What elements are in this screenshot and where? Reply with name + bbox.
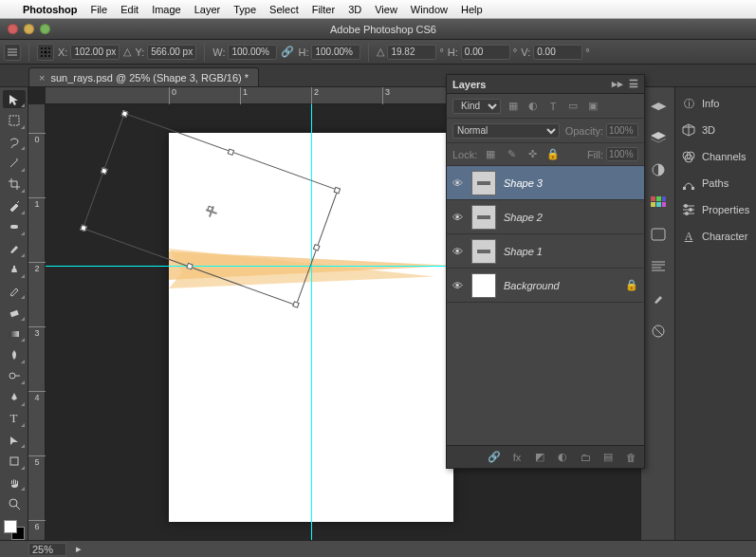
panel-info[interactable]: ⓘ Info bbox=[679, 93, 752, 114]
panel-channels[interactable]: Channels bbox=[679, 146, 752, 167]
filter-pixel-icon[interactable]: ▦ bbox=[506, 99, 521, 114]
brush-tool[interactable] bbox=[3, 239, 26, 257]
transform-handle-sw[interactable] bbox=[80, 224, 87, 232]
paragraph-strip-icon[interactable] bbox=[646, 256, 671, 277]
layer-row[interactable]: 👁 Background 🔒 bbox=[447, 269, 644, 303]
layers-panel[interactable]: Layers ▸▸ ☰ Kind ▦ ◐ T ▭ ▣ Normal Opacit… bbox=[446, 74, 645, 469]
foreground-color-swatch[interactable] bbox=[4, 520, 17, 533]
adjustments-strip-icon[interactable] bbox=[646, 159, 671, 180]
layer-thumbnail[interactable] bbox=[471, 273, 496, 298]
layer-row[interactable]: 👁 Shape 1 bbox=[447, 234, 644, 269]
layer-row[interactable]: 👁 Shape 3 bbox=[447, 166, 644, 200]
filter-shape-icon[interactable]: ▭ bbox=[565, 99, 581, 114]
opacity-input[interactable] bbox=[606, 123, 638, 138]
menubar-help[interactable]: Help bbox=[461, 4, 483, 15]
path-selection-tool[interactable] bbox=[3, 431, 26, 449]
lock-transparent-icon[interactable]: ▦ bbox=[483, 147, 498, 162]
group-icon[interactable]: 🗀 bbox=[578, 450, 593, 465]
blend-mode-select[interactable]: Normal bbox=[452, 123, 560, 139]
zoom-field[interactable] bbox=[28, 543, 66, 556]
layer-style-icon[interactable]: fx bbox=[509, 450, 525, 465]
w-input[interactable] bbox=[228, 45, 277, 60]
filter-smart-icon[interactable]: ▣ bbox=[585, 99, 600, 114]
status-arrow-icon[interactable]: ▸ bbox=[76, 543, 82, 555]
visibility-icon[interactable]: 👁 bbox=[452, 280, 464, 291]
menubar-layer[interactable]: Layer bbox=[194, 4, 221, 15]
panel-collapse-icon[interactable]: ▸▸ bbox=[612, 78, 623, 90]
lasso-tool[interactable] bbox=[3, 133, 26, 151]
guide-vertical[interactable] bbox=[311, 104, 312, 540]
gradient-tool[interactable] bbox=[3, 325, 26, 343]
blur-tool[interactable] bbox=[3, 345, 26, 363]
color-swatches[interactable] bbox=[4, 520, 25, 540]
menubar-select[interactable]: Select bbox=[269, 4, 299, 15]
visibility-icon[interactable]: 👁 bbox=[452, 177, 464, 189]
link-wh-icon[interactable]: 🔗 bbox=[281, 45, 294, 60]
lock-all-icon[interactable]: 🔒 bbox=[545, 147, 561, 162]
menubar-file[interactable]: File bbox=[90, 4, 107, 15]
shape-tool[interactable] bbox=[3, 452, 26, 470]
layer-name[interactable]: Shape 1 bbox=[504, 246, 543, 257]
vskew-input[interactable] bbox=[533, 45, 582, 60]
menubar-window[interactable]: Window bbox=[411, 4, 448, 15]
y-input[interactable] bbox=[147, 45, 196, 60]
filter-type-icon[interactable]: T bbox=[545, 99, 561, 114]
menubar-image[interactable]: Image bbox=[152, 4, 181, 15]
position-delta-icon[interactable]: △ bbox=[123, 46, 131, 58]
hand-tool[interactable] bbox=[3, 473, 26, 492]
tool-preset-button[interactable] bbox=[4, 44, 21, 61]
transform-handle-w[interactable] bbox=[101, 167, 108, 175]
panel-menu-icon[interactable]: ☰ bbox=[629, 78, 638, 90]
magic-wand-tool[interactable] bbox=[3, 154, 26, 172]
filter-adjust-icon[interactable]: ◐ bbox=[526, 99, 541, 114]
traffic-minimize[interactable] bbox=[24, 24, 34, 34]
dodge-tool[interactable] bbox=[3, 367, 26, 385]
layer-row[interactable]: 👁 Shape 2 bbox=[447, 200, 644, 234]
eraser-tool[interactable] bbox=[3, 303, 26, 321]
layer-thumbnail[interactable] bbox=[471, 205, 496, 230]
brush-strip-icon[interactable] bbox=[646, 288, 671, 309]
hskew-input[interactable] bbox=[461, 45, 510, 60]
layer-name[interactable]: Shape 3 bbox=[504, 177, 543, 189]
expand-panels-icon[interactable]: ◀▶ bbox=[646, 95, 671, 116]
zoom-tool[interactable] bbox=[3, 494, 26, 512]
h-input[interactable] bbox=[311, 45, 360, 60]
ruler-vertical[interactable]: 0 1 2 3 4 5 6 bbox=[28, 104, 46, 540]
styles-strip-icon[interactable] bbox=[646, 224, 671, 245]
menubar-filter[interactable]: Filter bbox=[312, 4, 335, 15]
layer-thumbnail[interactable] bbox=[471, 239, 496, 264]
reference-point-icon[interactable] bbox=[37, 44, 54, 61]
cancel-strip-icon[interactable] bbox=[646, 321, 671, 342]
layers-panel-tab[interactable]: Layers ▸▸ ☰ bbox=[447, 75, 644, 94]
crop-tool[interactable] bbox=[3, 176, 26, 194]
panel-3d[interactable]: 3D bbox=[679, 120, 752, 140]
visibility-icon[interactable]: 👁 bbox=[452, 246, 464, 257]
visibility-icon[interactable]: 👁 bbox=[452, 212, 464, 223]
delete-layer-icon[interactable]: 🗑 bbox=[623, 450, 638, 465]
layer-thumbnail[interactable] bbox=[471, 171, 496, 195]
lock-pixels-icon[interactable]: ✎ bbox=[504, 147, 519, 162]
link-layers-icon[interactable]: 🔗 bbox=[487, 450, 502, 465]
filter-kind-select[interactable]: Kind bbox=[452, 99, 501, 114]
panel-paths[interactable]: Paths bbox=[679, 173, 752, 194]
lock-position-icon[interactable]: ✜ bbox=[525, 147, 540, 162]
adjustment-layer-icon[interactable]: ◐ bbox=[555, 450, 570, 465]
fill-input[interactable] bbox=[606, 147, 638, 161]
layers-strip-icon[interactable] bbox=[646, 127, 671, 148]
traffic-close[interactable] bbox=[8, 24, 18, 34]
new-layer-icon[interactable]: ▤ bbox=[600, 450, 616, 465]
menubar-edit[interactable]: Edit bbox=[120, 4, 138, 15]
layer-name[interactable]: Background bbox=[504, 280, 560, 291]
menubar-type[interactable]: Type bbox=[233, 4, 256, 15]
swatches-strip-icon[interactable] bbox=[646, 192, 671, 213]
x-input[interactable] bbox=[70, 45, 120, 60]
traffic-zoom[interactable] bbox=[40, 24, 50, 34]
healing-brush-tool[interactable] bbox=[3, 218, 26, 236]
transform-handle-nw[interactable] bbox=[121, 110, 129, 118]
clone-stamp-tool[interactable] bbox=[3, 261, 26, 279]
menubar-view[interactable]: View bbox=[375, 4, 397, 15]
layer-name[interactable]: Shape 2 bbox=[504, 212, 543, 223]
menubar-app[interactable]: Photoshop bbox=[23, 4, 77, 15]
close-tab-icon[interactable]: × bbox=[39, 72, 45, 84]
type-tool[interactable]: T bbox=[3, 410, 26, 428]
